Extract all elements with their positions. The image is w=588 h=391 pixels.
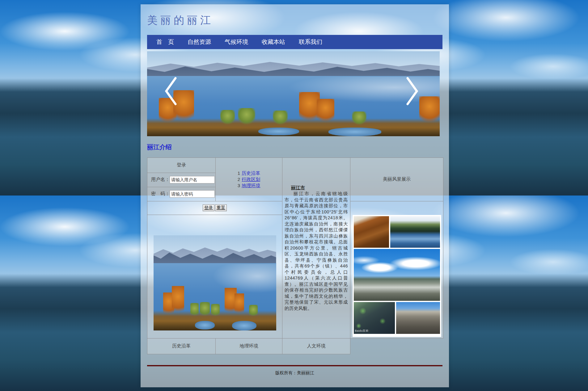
login-buttons-row: 登录重置	[147, 201, 282, 215]
toc-links-cell: 1历史沿革 2行政区划 3地理环境	[216, 158, 282, 201]
photo-black-dragon-pool	[390, 216, 440, 248]
photo-lijiang-town-panorama	[354, 249, 440, 301]
bottom-tab-history[interactable]: 历史沿革	[147, 338, 216, 354]
bottom-tab-humanities[interactable]: 人文环境	[282, 338, 350, 354]
willow-tree	[273, 111, 287, 125]
toc-link-geography[interactable]: 地理环境	[242, 183, 260, 188]
lake-thumbnail-cell	[147, 215, 282, 338]
photo-lijiang-old-town-bridge	[354, 216, 389, 248]
photo-stone-archway-gate	[396, 302, 440, 334]
gallery-collage-cell: Baidu百科	[350, 201, 443, 338]
chevron-left-icon	[163, 76, 178, 107]
willow-tree	[220, 110, 235, 125]
toc-item: 3地理环境	[216, 183, 282, 189]
chevron-right-icon	[405, 76, 420, 107]
thumb-water-glint	[209, 264, 276, 295]
shore-pool	[232, 321, 256, 330]
login-panel-header: 登录	[147, 158, 216, 173]
article-cell: 丽江市 丽江市，云南省辖地级市，位于云南省西北部云贵高原与青藏高原的连接部位，市…	[282, 158, 350, 338]
gallery-header: 美丽风景展示	[350, 158, 443, 201]
willow-tree	[211, 304, 220, 317]
toc-link-administrative[interactable]: 行政区划	[242, 177, 260, 182]
username-row: 用户名：	[147, 173, 216, 187]
article-body: 丽江市，云南省辖地级市，位于云南省西北部云贵高原与青藏高原的连接部位，市区中心位…	[285, 191, 348, 311]
toc-item-number: 2	[238, 177, 240, 182]
login-reset-button[interactable]: 重置	[215, 204, 227, 211]
toc-item-number: 3	[238, 183, 240, 188]
photo-watermark: Baidu百科	[355, 329, 369, 333]
section-heading-lijiang-intro: 丽江介绍	[147, 143, 442, 151]
main-nav: 首 页 自然资源 气候环境 收藏本站 联系我们	[147, 35, 442, 49]
toc-item-number: 1	[238, 170, 240, 176]
hero-carousel	[147, 51, 440, 136]
willow-tree	[190, 303, 199, 317]
willow-tree	[200, 302, 210, 317]
login-submit-button[interactable]: 登录	[203, 204, 214, 211]
page-container: 美丽的丽江 首 页 自然资源 气候环境 收藏本站 联系我们	[141, 4, 449, 387]
photo-old-town-aerial-rooftops: Baidu百科	[354, 302, 395, 334]
nav-item-climate[interactable]: 气候环境	[225, 38, 248, 46]
copyright-text: 版权所有：美丽丽江	[147, 370, 442, 376]
nav-item-natural-resources[interactable]: 自然资源	[188, 38, 211, 46]
shore-pool	[195, 321, 215, 330]
main-content-table: 登录 1历史沿革 2行政区划 3地理环境 丽江市 丽江市，云南省辖地级市，位于云…	[147, 158, 443, 354]
lake-thumbnail-image	[154, 235, 276, 330]
article-title: 丽江市	[285, 185, 348, 191]
shore-pool	[328, 128, 381, 136]
toc-item: 2行政区划	[216, 176, 282, 183]
autumn-tree	[172, 286, 184, 317]
willow-tree	[352, 111, 366, 125]
autumn-tree	[317, 99, 334, 124]
username-label: 用户名：	[151, 177, 170, 182]
autumn-tree	[419, 96, 440, 125]
autumn-tree	[235, 293, 244, 316]
toc-link-history[interactable]: 历史沿革	[242, 170, 260, 176]
carousel-prev-button[interactable]	[163, 76, 178, 107]
toc-item: 1历史沿革	[216, 170, 282, 176]
username-input[interactable]	[170, 176, 215, 183]
page-title: 美丽的丽江	[147, 12, 442, 28]
shore-pool	[258, 128, 299, 135]
nav-item-home[interactable]: 首 页	[156, 38, 174, 46]
password-label: 密 码：	[151, 191, 170, 196]
scenery-collage: Baidu百科	[353, 215, 441, 337]
empty-cell	[350, 338, 443, 354]
password-input[interactable]	[170, 190, 215, 198]
willow-tree	[249, 305, 258, 317]
carousel-next-button[interactable]	[405, 76, 420, 107]
nav-item-contact[interactable]: 联系我们	[299, 38, 322, 46]
nav-item-bookmark[interactable]: 收藏本站	[262, 38, 285, 46]
password-row: 密 码：	[147, 187, 216, 201]
footer-divider	[147, 365, 442, 366]
bottom-tab-geography[interactable]: 地理环境	[216, 338, 282, 354]
willow-tree	[238, 108, 256, 125]
